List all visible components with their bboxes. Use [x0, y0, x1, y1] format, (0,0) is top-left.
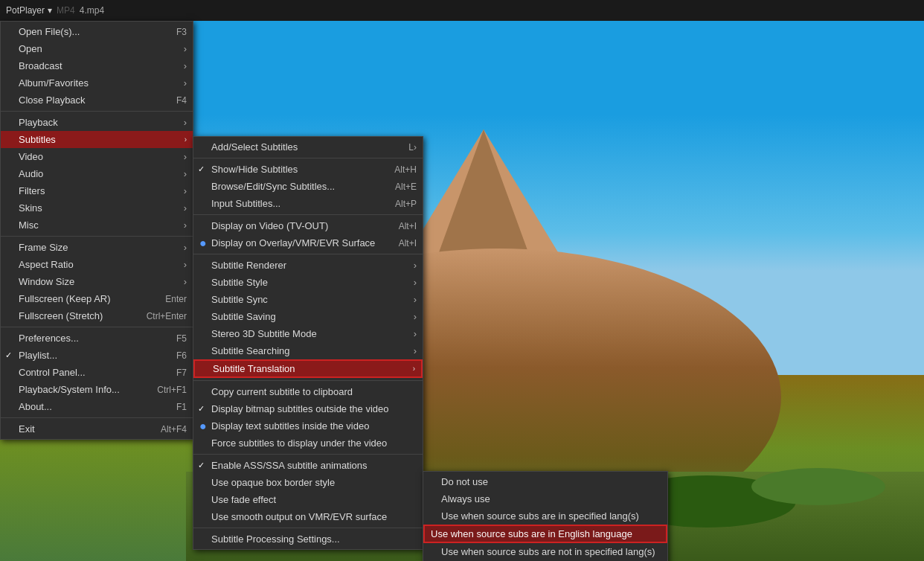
sub-input-shortcut: Alt+P: [395, 199, 417, 209]
trans-use-not-specified[interactable]: Use when source subs are not in specifie…: [423, 543, 667, 560]
about-shortcut: F1: [176, 402, 187, 412]
sub-browse-edit-sync[interactable]: Browse/Edit/Sync Subtitles... Alt+E: [193, 178, 423, 195]
sub-display-text-inside-label: Display text subtitles inside the video: [211, 420, 417, 432]
sub-enable-ass-ssa[interactable]: ✓ Enable ASS/SSA subtitle animations: [193, 457, 423, 474]
aspect-ratio-label: Aspect Ratio: [19, 259, 187, 270]
sub-translation-arrow: ›: [413, 365, 415, 373]
sub-renderer[interactable]: Subtitle Renderer: [193, 257, 423, 274]
sep4: [1, 417, 193, 418]
window-size-label: Window Size: [19, 276, 187, 287]
close-playback-shortcut: F4: [176, 95, 187, 106]
menu-subtitles[interactable]: Subtitles ›: [1, 131, 193, 148]
menu-control-panel[interactable]: Control Panel... F7: [1, 364, 193, 381]
menu-aspect-ratio[interactable]: Aspect Ratio: [1, 256, 193, 273]
sub-sep5: [193, 454, 423, 455]
sub-add-select[interactable]: Add/Select Subtitles L›: [193, 138, 423, 156]
sub-searching[interactable]: Subtitle Searching: [193, 342, 423, 359]
sub-display-bitmap[interactable]: ✓ Display bitmap subtitles outside the v…: [193, 400, 423, 417]
preferences-label: Preferences...: [19, 333, 176, 344]
sub-add-select-label: Add/Select Subtitles: [211, 141, 408, 153]
sub-opaque-box[interactable]: Use opaque box border style: [193, 474, 423, 491]
primary-menu: Open File(s)... F3 Open Broadcast Album/…: [0, 21, 193, 440]
titlebar-dropdown[interactable]: ▾: [48, 5, 52, 16]
menu-album-favorites[interactable]: Album/Favorites: [1, 74, 193, 92]
menu-open-files[interactable]: Open File(s)... F3: [1, 23, 193, 40]
sub-force-under[interactable]: Force subtitles to display under the vid…: [193, 435, 423, 452]
trans-use-specified-lang-label: Use when source subs are in specified la…: [441, 510, 661, 522]
sub-display-text-inside[interactable]: ● Display text subtitles inside the vide…: [193, 417, 423, 435]
titlebar-sep1: MP4: [57, 5, 75, 16]
sub-stereo-3d-label: Stereo 3D Subtitle Mode: [211, 328, 417, 339]
menu-frame-size[interactable]: Frame Size: [1, 239, 193, 256]
sub-display-overlay-dot: ●: [199, 237, 207, 249]
sub-translation-label: Subtitle Translation: [213, 363, 413, 374]
app-logo[interactable]: PotPlayer ▾: [6, 5, 52, 16]
sub-processing-settings[interactable]: Subtitle Processing Settings...: [193, 530, 423, 548]
sub-display-overlay[interactable]: ● Display on Overlay/VMR/EVR Surface Alt…: [193, 234, 423, 251]
sub-fade-effect-label: Use fade effect: [211, 494, 417, 505]
open-files-shortcut: F3: [176, 27, 187, 37]
sub-smooth-vmr-label: Use smooth output on VMR/EVR surface: [211, 511, 417, 522]
menu-skins[interactable]: Skins: [1, 199, 193, 217]
menu-audio[interactable]: Audio: [1, 165, 193, 182]
sub-renderer-label: Subtitle Renderer: [211, 260, 417, 271]
sub-style[interactable]: Subtitle Style: [193, 274, 423, 291]
sep1: [1, 111, 193, 112]
open-files-label: Open File(s)...: [19, 26, 176, 37]
playback-label: Playback: [19, 117, 187, 128]
sub-sync[interactable]: Subtitle Sync: [193, 291, 423, 308]
sub-saving[interactable]: Subtitle Saving: [193, 308, 423, 325]
trans-use-english[interactable]: Use when source subs are in English lang…: [423, 525, 667, 543]
menu-preferences[interactable]: Preferences... F5: [1, 330, 193, 347]
menu-exit[interactable]: Exit Alt+F4: [1, 420, 193, 437]
trans-do-not-use-label: Do not use: [441, 476, 661, 487]
sub-style-label: Subtitle Style: [211, 277, 417, 288]
sub-copy-clipboard[interactable]: Copy current subtitle to clipboard: [193, 383, 423, 400]
playback-sys-info-label: Playback/System Info...: [19, 384, 157, 395]
menu-about[interactable]: About... F1: [1, 398, 193, 415]
menu-open[interactable]: Open: [1, 40, 193, 57]
sub-stereo-3d[interactable]: Stereo 3D Subtitle Mode: [193, 325, 423, 342]
sub-processing-settings-label: Subtitle Processing Settings...: [211, 533, 417, 545]
fullscreen-stretch-label: Fullscreen (Stretch): [19, 310, 147, 321]
sub-enable-ass-ssa-check: ✓: [198, 461, 205, 470]
menu-playback[interactable]: Playback: [1, 114, 193, 131]
trans-use-specified-lang[interactable]: Use when source subs are in specified la…: [423, 507, 667, 525]
translation-menu: Do not use Always use Use when source su…: [423, 471, 668, 561]
trans-always-use-label: Always use: [441, 493, 661, 504]
titlebar-filename: 4.mp4: [80, 5, 104, 16]
trans-always-use[interactable]: Always use: [423, 490, 667, 507]
sub-input-label: Input Subtitles...: [211, 198, 395, 209]
menu-playlist[interactable]: ✓ Playlist... F6: [1, 347, 193, 364]
menu-window-size[interactable]: Window Size: [1, 273, 193, 290]
sub-display-on-video[interactable]: Display on Video (TV-OUT) Alt+I: [193, 217, 423, 234]
menu-filters[interactable]: Filters: [1, 182, 193, 199]
trans-do-not-use[interactable]: Do not use: [423, 473, 667, 490]
playlist-shortcut: F6: [176, 350, 187, 361]
sub-translation[interactable]: Subtitle Translation ›: [193, 359, 423, 378]
menu-playback-sys-info[interactable]: Playback/System Info... Ctrl+F1: [1, 381, 193, 398]
menu-misc[interactable]: Misc: [1, 217, 193, 234]
exit-shortcut: Alt+F4: [161, 424, 187, 435]
misc-label: Misc: [19, 219, 187, 231]
menu-container: Open File(s)... F3 Open Broadcast Album/…: [0, 21, 193, 440]
sub-searching-label: Subtitle Searching: [211, 345, 417, 356]
sub-fade-effect[interactable]: Use fade effect: [193, 491, 423, 508]
menu-broadcast[interactable]: Broadcast: [1, 57, 193, 74]
video-label: Video: [19, 151, 187, 162]
sub-smooth-vmr[interactable]: Use smooth output on VMR/EVR surface: [193, 508, 423, 525]
playlist-label: Playlist...: [19, 350, 176, 361]
sub-input[interactable]: Input Subtitles... Alt+P: [193, 195, 423, 212]
exit-label: Exit: [19, 423, 161, 435]
menu-video[interactable]: Video: [1, 148, 193, 165]
menu-close-playback[interactable]: Close Playback F4: [1, 92, 193, 109]
sub-display-overlay-label: Display on Overlay/VMR/EVR Surface: [211, 237, 399, 249]
sub-sync-label: Subtitle Sync: [211, 294, 417, 305]
menu-fullscreen-stretch[interactable]: Fullscreen (Stretch) Ctrl+Enter: [1, 307, 193, 324]
sub-show-hide-check: ✓: [198, 164, 205, 174]
sub-show-hide-shortcut: Alt+H: [394, 164, 417, 175]
sub-show-hide[interactable]: ✓ Show/Hide Subtitles Alt+H: [193, 161, 423, 178]
menu-fullscreen-keep-ar[interactable]: Fullscreen (Keep AR) Enter: [1, 290, 193, 307]
subtitles-arrow: ›: [185, 135, 187, 144]
fullscreen-stretch-shortcut: Ctrl+Enter: [147, 311, 187, 321]
